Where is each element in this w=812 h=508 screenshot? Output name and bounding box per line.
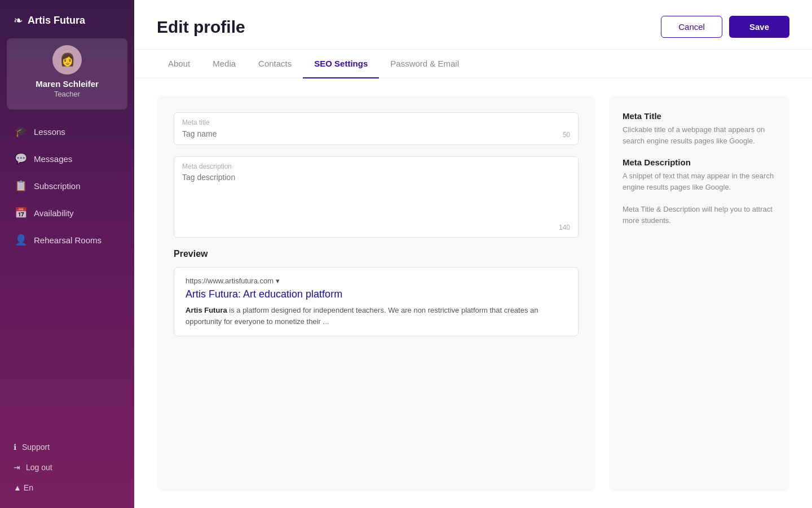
tab-media[interactable]: Media: [201, 50, 247, 78]
content-area: Meta title 50 Meta description 140 Previ…: [134, 78, 812, 508]
preview-url-text: https://www.artisfutura.com: [186, 277, 273, 285]
preview-card: https://www.artisfutura.com ▾ Artis Futu…: [174, 267, 579, 336]
lessons-icon: 🎓: [15, 125, 27, 138]
sidebar-item-label: Lessons: [34, 127, 65, 137]
tabs: About Media Contacts SEO Settings Passwo…: [134, 50, 812, 78]
dropdown-icon: ▾: [276, 277, 280, 285]
info-panel: Meta Title Clickable title of a webpage …: [609, 95, 789, 491]
info-text-attract: Meta Title & Description will help you t…: [623, 204, 776, 226]
meta-title-label: Meta title: [182, 119, 570, 126]
logout-icon: ⇥: [14, 463, 20, 472]
info-section-meta-description: Meta Description A snippet of text that …: [623, 157, 776, 192]
logout-label: Log out: [26, 463, 52, 472]
meta-description-field: Meta description 140: [174, 156, 579, 238]
sidebar-item-rehearsal-rooms[interactable]: 👤 Rehearsal Rooms: [7, 227, 127, 253]
preview-description-rest: is a platform designed for independent t…: [186, 306, 539, 326]
preview-url: https://www.artisfutura.com ▾: [186, 277, 567, 285]
sidebar-bottom: ℹ Support ⇥ Log out ▲ En: [0, 431, 134, 508]
preview-section: Preview https://www.artisfutura.com ▾ Ar…: [174, 249, 579, 336]
logo-text: Artis Futura: [28, 15, 85, 27]
sidebar-item-subscription[interactable]: 📋 Subscription: [7, 173, 127, 199]
sidebar-item-label: Messages: [34, 154, 72, 164]
sidebar-profile[interactable]: 👩 Maren Schleifer Teacher: [7, 38, 127, 110]
sidebar-item-label: Availability: [34, 208, 74, 218]
tab-about[interactable]: About: [157, 50, 201, 78]
info-text-meta-description: A snippet of text that may appear in the…: [623, 170, 776, 192]
info-text-meta-title: Clickable title of a webpage that appear…: [623, 124, 776, 146]
preview-description: Artis Futura is a platform designed for …: [186, 305, 567, 327]
profile-name: Maren Schleifer: [36, 79, 99, 89]
sidebar-item-messages[interactable]: 💬 Messages: [7, 146, 127, 172]
info-heading-meta-description: Meta Description: [623, 157, 776, 167]
sidebar-logo[interactable]: ❧ Artis Futura: [0, 0, 134, 38]
meta-title-count: 50: [563, 131, 570, 139]
cancel-button[interactable]: Cancel: [661, 16, 722, 38]
info-section-attract: Meta Title & Description will help you t…: [623, 204, 776, 226]
availability-icon: 📅: [15, 207, 27, 219]
meta-description-input[interactable]: [182, 173, 570, 229]
meta-description-label: Meta description: [182, 163, 570, 170]
language-label: En: [24, 483, 33, 492]
save-button[interactable]: Save: [729, 16, 789, 38]
sidebar-nav: 🎓 Lessons 💬 Messages 📋 Subscription 📅 Av…: [0, 119, 134, 431]
sidebar-item-support[interactable]: ℹ Support: [14, 438, 121, 456]
page-title: Edit profile: [157, 17, 245, 37]
info-section-meta-title: Meta Title Clickable title of a webpage …: [623, 111, 776, 146]
support-label: Support: [22, 443, 50, 452]
language-selector[interactable]: ▲ En: [14, 479, 121, 497]
sidebar: ❧ Artis Futura 👩 Maren Schleifer Teacher…: [0, 0, 134, 508]
meta-description-count: 140: [559, 224, 570, 231]
sidebar-item-label: Rehearsal Rooms: [34, 235, 102, 245]
subscription-icon: 📋: [15, 179, 27, 192]
logo-icon: ❧: [14, 14, 23, 27]
tab-seo-settings[interactable]: SEO Settings: [303, 50, 379, 78]
info-heading-meta-title: Meta Title: [623, 111, 776, 121]
tab-password-email[interactable]: Password & Email: [379, 50, 470, 78]
main-content: Edit profile Cancel Save About Media Con…: [134, 0, 812, 508]
header: Edit profile Cancel Save: [134, 0, 812, 50]
sidebar-item-logout[interactable]: ⇥ Log out: [14, 458, 121, 476]
meta-title-input[interactable]: [182, 129, 570, 138]
preview-heading: Preview: [174, 249, 579, 259]
form-panel: Meta title 50 Meta description 140 Previ…: [157, 95, 595, 491]
sidebar-item-lessons[interactable]: 🎓 Lessons: [7, 119, 127, 144]
sidebar-item-availability[interactable]: 📅 Availability: [7, 200, 127, 226]
tab-contacts[interactable]: Contacts: [247, 50, 303, 78]
preview-description-brand: Artis Futura: [186, 306, 227, 314]
profile-role: Teacher: [54, 90, 80, 98]
rehearsal-icon: 👤: [15, 234, 27, 246]
meta-title-field: Meta title 50: [174, 112, 579, 145]
chevron-up-icon: ▲: [14, 483, 21, 492]
messages-icon: 💬: [15, 152, 27, 165]
sidebar-item-label: Subscription: [34, 181, 81, 191]
preview-site-title: Artis Futura: Art education platform: [186, 288, 567, 300]
support-icon: ℹ: [14, 443, 16, 452]
header-actions: Cancel Save: [661, 16, 789, 38]
avatar: 👩: [52, 45, 82, 75]
